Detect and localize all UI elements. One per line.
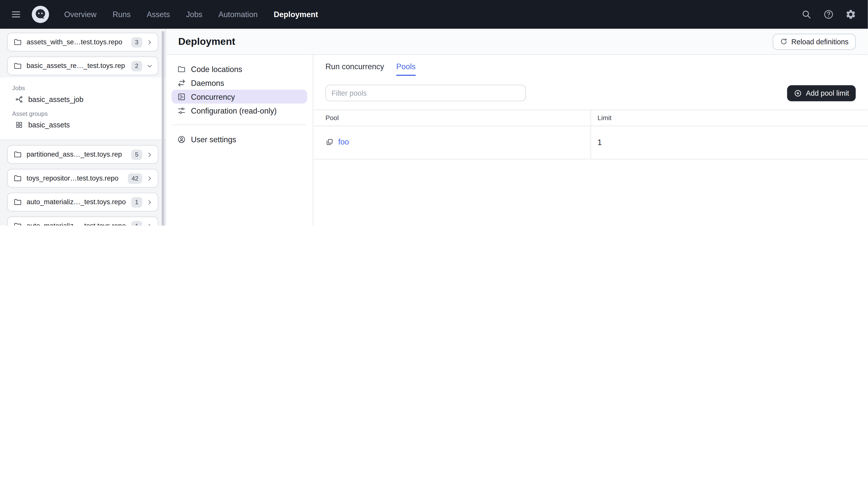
filter-pools-input[interactable] [326,84,526,101]
dagster-logo-icon [31,5,50,24]
job-name: basic_assets_job [28,95,83,104]
folder-icon [13,174,22,183]
folder-icon [13,150,22,159]
settings-nav-label: Code locations [191,64,242,73]
nav-assets[interactable]: Assets [147,10,170,19]
settings-button[interactable] [842,6,859,23]
help-button[interactable] [820,6,837,23]
repo-item[interactable]: auto_materializ…_test.toys.repo 1 [7,192,158,212]
repo-name: toys_repositor…test.toys.repo [27,174,123,182]
asset-group-icon [15,121,23,129]
limit-column-header: Limit [590,110,868,126]
reload-icon [780,38,787,46]
tab-run-concurrency[interactable]: Run concurrency [326,62,384,76]
repo-count-badge: 42 [128,173,142,184]
repo-item[interactable]: assets_with_se…test.toys.repo 3 [7,33,158,52]
nav-runs[interactable]: Runs [112,10,131,19]
chevron-down-icon[interactable] [147,63,153,69]
reload-definitions-label: Reload definitions [791,37,848,46]
add-pool-limit-button[interactable]: Add pool limit [787,85,856,101]
repo-expanded-panel: Jobs basic_assets_job Asset groups basic… [0,78,165,140]
settings-nav-daemons[interactable]: Daemons [172,76,307,90]
pools-table-header-row: Pool Limit [313,110,868,126]
main-content: Deployment Reload definitions Code locat… [166,29,868,226]
repo-item[interactable]: toys_repositor…test.toys.repo 42 [7,169,158,188]
hamburger-icon [11,9,22,20]
pool-name: foo [338,137,349,146]
dagster-logo[interactable] [31,5,50,24]
repo-item-expanded[interactable]: basic_assets_re…_test.toys.rep 2 [7,57,158,75]
pool-link-foo[interactable]: foo [326,137,349,146]
pools-toolbar: Add pool limit [326,84,856,101]
asset-group-name: basic_assets [28,121,70,129]
settings-nav-label: Configuration (read-only) [191,106,277,115]
swap-arrows-icon [177,78,186,87]
asset-group-item[interactable]: basic_assets [12,121,158,129]
help-icon [823,9,834,20]
jobs-section-label: Jobs [12,84,158,91]
repo-count-badge: 3 [131,37,142,47]
page-header: Deployment Reload definitions [166,29,868,55]
sliders-icon [177,106,186,115]
pool-limit-value: 1 [590,126,868,159]
topnav-actions [798,6,859,23]
chevron-right-icon[interactable] [147,175,153,181]
asset-groups-section-label: Asset groups [12,110,158,117]
folder-icon [13,221,22,226]
top-nav: Overview Runs Assets Jobs Automation Dep… [0,0,868,29]
folder-icon [177,64,186,73]
repo-count-badge: 5 [131,149,142,160]
repo-name: assets_with_se…test.toys.repo [27,38,127,46]
deployment-settings-nav: Code locations Daemons Concurrency Confi… [166,55,313,226]
page-body: assets_with_se…test.toys.repo 3 basic_as… [0,29,868,226]
main-nav: Overview Runs Assets Jobs Automation Dep… [64,10,318,19]
settings-nav-label: User settings [191,135,236,143]
settings-nav-label: Daemons [191,78,224,87]
repo-sidebar: assets_with_se…test.toys.repo 3 basic_as… [0,29,166,226]
reload-definitions-button[interactable]: Reload definitions [773,33,856,50]
chevron-right-icon[interactable] [147,151,153,157]
tab-pools[interactable]: Pools [396,62,416,76]
settings-nav-configuration[interactable]: Configuration (read-only) [172,104,307,117]
sidebar-scrollbar[interactable] [162,31,164,226]
app-root: Overview Runs Assets Jobs Automation Dep… [0,0,868,226]
folder-icon [13,198,22,206]
concurrency-tabs: Run concurrency Pools [326,62,856,76]
chevron-right-icon[interactable] [147,223,153,226]
repo-name: auto_materializ…_test.toys.repo [27,222,127,226]
folder-icon [13,61,22,70]
job-item[interactable]: basic_assets_job [12,95,158,104]
gear-icon [845,9,856,20]
folder-icon [13,38,22,47]
settings-nav-code-locations[interactable]: Code locations [172,62,307,76]
settings-nav-concurrency[interactable]: Concurrency [172,90,307,104]
pool-table-row: foo 1 [313,126,868,159]
search-icon [801,9,812,20]
repo-item[interactable]: partitioned_ass…_test.toys.rep 5 [7,145,158,164]
deployment-body: Code locations Daemons Concurrency Confi… [166,55,868,226]
repo-count-badge: 1 [131,220,142,226]
nav-jobs[interactable]: Jobs [186,10,202,19]
search-button[interactable] [798,6,815,23]
repo-count-badge: 1 [131,197,142,207]
nav-overview[interactable]: Overview [64,10,96,19]
settings-nav-user-settings[interactable]: User settings [172,132,307,146]
concurrency-panel: Run concurrency Pools Add pool limit [313,55,868,226]
repo-name: auto_materializ…_test.toys.repo [27,198,127,206]
settings-nav-label: Concurrency [191,92,235,101]
add-pool-limit-label: Add pool limit [806,89,849,97]
job-icon [15,95,23,104]
user-icon [177,135,186,143]
chevron-right-icon[interactable] [147,39,153,45]
concurrency-icon [177,92,186,101]
nav-automation[interactable]: Automation [219,10,258,19]
hamburger-menu-button[interactable] [8,6,25,23]
chevron-right-icon[interactable] [147,199,153,205]
pool-icon [326,138,334,146]
pools-table: Pool Limit foo [313,110,868,159]
nav-deployment[interactable]: Deployment [274,10,318,19]
settings-nav-divider [173,125,306,125]
page-title: Deployment [178,36,235,47]
repo-name: partitioned_ass…_test.toys.rep [27,151,127,158]
repo-item[interactable]: auto_materializ…_test.toys.repo 1 [7,217,158,226]
